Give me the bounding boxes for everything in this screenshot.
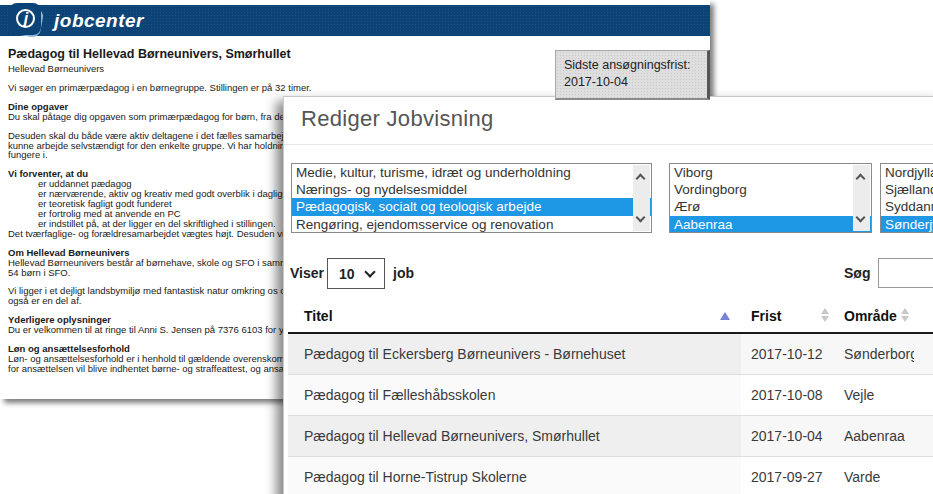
page-size-suffix-label: job [393,265,414,281]
municipality-listbox[interactable]: Viborg Vordingborg Ærø Aabenraa [669,163,872,233]
column-header-titel[interactable]: Titel [288,299,741,333]
page-size-prefix-label: Viser [290,265,324,281]
search-input[interactable] [878,258,933,288]
divider [284,144,933,145]
scrollbar[interactable] [633,165,650,231]
listbox-option[interactable]: Syddanmark [881,198,933,215]
scrollbar[interactable] [853,165,870,231]
scroll-down-icon[interactable] [636,213,646,223]
cell-omraade: Sønderborg [834,333,914,375]
screenshot-root: j jobcenter Pædagog til Hellevad Børneun… [0,0,933,494]
cell-frist: 2017-10-12 [741,333,834,375]
cell-omraade: Varde [834,457,914,494]
table-row[interactable]: Pædagog til Hellevad Børneunivers, Smørh… [288,416,933,457]
column-header-frist[interactable]: Frist [741,299,834,333]
page-size-value: 10 [339,266,355,282]
sort-icon [901,308,909,322]
column-header-omraade[interactable]: Område [834,299,914,333]
table-row[interactable]: Pædagog til Horne-Tistrup Skolerne 2017-… [288,457,933,494]
cell-titel: Pædagog til Eckersberg Børneunivers - Bø… [288,333,741,375]
cell-frist: 2017-10-08 [741,375,834,416]
search-label: Søg [844,265,870,281]
cell-titel: Pædagog til Horne-Tistrup Skolerne [288,457,741,494]
jobcenter-header: j jobcenter [0,5,710,36]
deadline-date: 2017-10-04 [564,74,699,91]
edit-jobview-dialog: Rediger Jobvisning Medie, kultur, turism… [283,96,933,494]
category-listbox[interactable]: Medie, kultur, turisme, idræt og underho… [291,163,652,233]
jobs-table: Titel Frist Område [288,299,933,494]
deadline-label: Sidste ansøgningsfrist: [564,57,699,74]
cell-frist: 2017-09-27 [741,457,834,494]
table-row[interactable]: Pædagog til Eckersberg Børneunivers - Bø… [288,333,933,375]
cell-titel: Pædagog til Fælleshåbsskolen [288,375,741,416]
dialog-title: Rediger Jobvisning [301,106,494,132]
scroll-up-icon[interactable] [636,174,646,184]
cell-frist: 2017-10-04 [741,416,834,457]
region-listbox[interactable]: Nordjylland Sjælland Syddanmark Sønderjy… [880,163,933,233]
cell-titel: Pædagog til Hellevad Børneunivers, Smørh… [288,416,741,457]
listbox-option[interactable]: Nordjylland [881,164,933,181]
listbox-option-selected[interactable]: Pædagogisk, socialt og teologisk arbejde [292,198,651,215]
chevron-down-icon [364,266,375,277]
sort-icon [821,308,829,322]
listbox-option[interactable]: Nærings- og nydelsesmiddel [292,181,651,198]
scroll-up-icon[interactable] [856,174,866,184]
listbox-option-selected[interactable]: Sønderjylland [881,216,933,233]
listbox-option[interactable]: Ærø [670,198,871,215]
listbox-option[interactable]: Sjælland [881,181,933,198]
listbox-option[interactable]: Medie, kultur, turisme, idræt og underho… [292,164,651,181]
table-header-row: Titel Frist Område [288,299,933,333]
scroll-down-icon[interactable] [856,213,866,223]
listbox-option[interactable]: Viborg [670,164,871,181]
jobcenter-logo-icon: j [8,2,46,40]
listbox-option[interactable]: Rengøring, ejendomsservice og renovation [292,216,651,233]
table-row[interactable]: Pædagog til Fælleshåbsskolen 2017-10-08 … [288,375,933,416]
cell-omraade: Aabenraa [834,416,914,457]
column-header-filler [914,299,933,333]
deadline-box: Sidste ansøgningsfrist: 2017-10-04 [555,50,710,100]
sort-ascending-icon [720,312,730,320]
listbox-option-selected[interactable]: Aabenraa [670,216,871,233]
listbox-option[interactable]: Vordingborg [670,181,871,198]
cell-omraade: Vejle [834,375,914,416]
page-size-select[interactable]: 10 [327,258,385,289]
jobcenter-wordmark: jobcenter [54,5,144,36]
